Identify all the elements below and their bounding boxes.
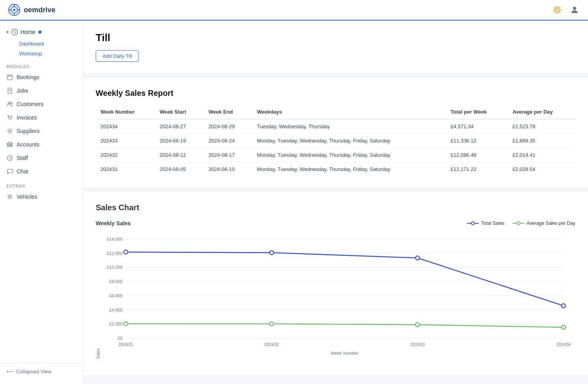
legend-total-label: Total Sales bbox=[481, 221, 505, 226]
y-axis-label: Sales bbox=[96, 231, 100, 359]
svg-point-16 bbox=[573, 7, 576, 10]
svg-text:£12,000: £12,000 bbox=[107, 251, 123, 256]
chart-subtitle: Weekly Sales bbox=[96, 220, 130, 226]
chart-body: Sales £0£2,000£4,000£6,000£8,000£10,000£… bbox=[96, 231, 575, 359]
svg-text:£8,000: £8,000 bbox=[109, 279, 123, 284]
cell-total: £12,171.22 bbox=[446, 162, 508, 177]
sales-chart-title: Sales Chart bbox=[96, 203, 575, 212]
svg-text:202432: 202432 bbox=[265, 342, 279, 347]
till-section: Till Add Daily Till bbox=[83, 21, 588, 73]
svg-point-66 bbox=[270, 322, 274, 326]
chart-svg: £0£2,000£4,000£6,000£8,000£10,000£12,000… bbox=[102, 231, 575, 358]
svg-point-39 bbox=[517, 222, 520, 225]
cell-total: £4,571.34 bbox=[446, 119, 508, 134]
cell-week_number: 202431 bbox=[96, 162, 155, 177]
logo-area[interactable]: oemdrive bbox=[8, 4, 55, 16]
col-week-start: Week Start bbox=[155, 106, 204, 119]
sidebar-item-accounts[interactable]: Accounts bbox=[0, 138, 83, 151]
sidebar-item-staff[interactable]: Staff bbox=[0, 151, 83, 165]
cell-week_end: 2024-08-10 bbox=[204, 162, 252, 177]
theme-toggle-icon[interactable] bbox=[552, 4, 563, 15]
table-row: 2024322024-08-122024-08-17Monday, Tuesda… bbox=[96, 148, 575, 162]
sidebar-item-chat[interactable]: Chat bbox=[0, 165, 83, 178]
sidebar-item-invoices[interactable]: Invoices bbox=[0, 111, 83, 124]
collapsed-view-btn[interactable]: ⟵ Collapsed View bbox=[0, 363, 83, 379]
sidebar-home[interactable]: ▾ Home bbox=[0, 25, 83, 39]
main-content: Till Add Daily Till Weekly Sales Report … bbox=[83, 21, 588, 384]
cell-week_number: 202434 bbox=[96, 119, 155, 134]
svg-point-61 bbox=[124, 250, 128, 254]
svg-text:202433: 202433 bbox=[410, 342, 425, 347]
vehicles-label: Vehicles bbox=[17, 194, 37, 200]
cell-avg: £1,889.35 bbox=[508, 134, 575, 148]
sidebar-item-suppliers[interactable]: Suppliers bbox=[0, 124, 83, 138]
logo-icon bbox=[8, 4, 21, 16]
jobs-label: Jobs bbox=[17, 87, 28, 94]
cell-week_start: 2024-08-19 bbox=[155, 134, 204, 148]
bookings-label: Bookings bbox=[17, 74, 40, 80]
svg-line-13 bbox=[559, 12, 560, 13]
legend-avg: Average Sales per Day bbox=[512, 221, 575, 226]
svg-rect-31 bbox=[9, 144, 10, 146]
sidebar-item-workshop[interactable]: Workshop bbox=[16, 49, 83, 59]
clock-icon bbox=[11, 29, 18, 36]
chart-header: Weekly Sales Total Sales bbox=[96, 220, 575, 226]
legend-total: Total Sales bbox=[467, 221, 505, 226]
customers-label: Customers bbox=[17, 101, 43, 107]
svg-point-68 bbox=[562, 325, 565, 329]
svg-point-29 bbox=[9, 130, 11, 132]
cell-week_end: 2024-08-17 bbox=[204, 148, 252, 162]
cell-total: £12,086.48 bbox=[446, 148, 508, 162]
chart-legend: Total Sales Average Sales per Day bbox=[467, 221, 575, 226]
svg-text:£0: £0 bbox=[118, 336, 123, 340]
user-profile-icon[interactable] bbox=[569, 4, 580, 15]
legend-avg-label: Average Sales per Day bbox=[527, 221, 575, 226]
svg-text:202431: 202431 bbox=[119, 342, 133, 347]
chart-area: Weekly Sales Total Sales bbox=[96, 220, 575, 359]
svg-text:202434: 202434 bbox=[556, 342, 571, 347]
chat-icon bbox=[6, 168, 13, 175]
cell-week_number: 202432 bbox=[96, 148, 155, 162]
legend-total-icon bbox=[467, 221, 479, 226]
col-weekdays: Weekdays bbox=[252, 106, 446, 119]
suppliers-label: Suppliers bbox=[17, 128, 40, 134]
cell-weekdays: Monday, Tuesday, Wednesday, Thursday, Fr… bbox=[252, 134, 446, 148]
cell-week_number: 202433 bbox=[96, 134, 155, 148]
svg-point-35 bbox=[9, 196, 11, 198]
chart-svg-container: £0£2,000£4,000£6,000£8,000£10,000£12,000… bbox=[102, 231, 575, 359]
topnav-right bbox=[552, 4, 580, 15]
add-daily-till-button[interactable]: Add Daily Till bbox=[96, 50, 139, 62]
sidebar-item-customers[interactable]: Customers bbox=[0, 97, 83, 111]
staff-label: Staff bbox=[17, 155, 28, 161]
svg-line-15 bbox=[559, 7, 560, 8]
weekly-report-title: Weekly Sales Report bbox=[96, 89, 575, 98]
cell-total: £11,336.12 bbox=[446, 134, 508, 148]
cell-avg: £1,523.78 bbox=[508, 119, 575, 134]
svg-text:£6,000: £6,000 bbox=[109, 293, 123, 298]
cart-icon bbox=[6, 114, 13, 121]
top-navigation: oemdrive bbox=[0, 0, 588, 21]
app-name: oemdrive bbox=[24, 6, 55, 14]
cell-week_end: 2024-08-24 bbox=[204, 134, 252, 148]
svg-point-27 bbox=[9, 119, 10, 120]
svg-text:£4,000: £4,000 bbox=[109, 308, 123, 312]
sidebar-sub-menu: Dashboard Workshop bbox=[0, 39, 83, 59]
sidebar-item-vehicles[interactable]: Vehicles bbox=[0, 190, 83, 203]
sidebar-item-dashboard[interactable]: Dashboard bbox=[16, 39, 83, 49]
cell-week_start: 2024-08-05 bbox=[155, 162, 204, 177]
chat-label: Chat bbox=[17, 168, 28, 175]
svg-point-26 bbox=[11, 102, 12, 104]
cell-week_start: 2024-08-12 bbox=[155, 148, 204, 162]
table-row: 2024332024-08-192024-08-24Monday, Tuesda… bbox=[96, 134, 575, 148]
svg-text:Week Number: Week Number bbox=[331, 351, 358, 355]
sidebar-item-jobs[interactable]: Jobs bbox=[0, 84, 83, 97]
home-label: Home bbox=[21, 29, 35, 35]
svg-line-12 bbox=[554, 7, 555, 8]
sidebar-item-bookings[interactable]: Bookings bbox=[0, 70, 83, 84]
svg-point-63 bbox=[416, 256, 420, 260]
table-row: 2024312024-08-052024-08-10Monday, Tuesda… bbox=[96, 162, 575, 177]
invoices-label: Invoices bbox=[17, 114, 37, 121]
cog-icon bbox=[6, 193, 13, 200]
svg-rect-30 bbox=[8, 144, 8, 146]
clock2-icon bbox=[6, 154, 13, 162]
